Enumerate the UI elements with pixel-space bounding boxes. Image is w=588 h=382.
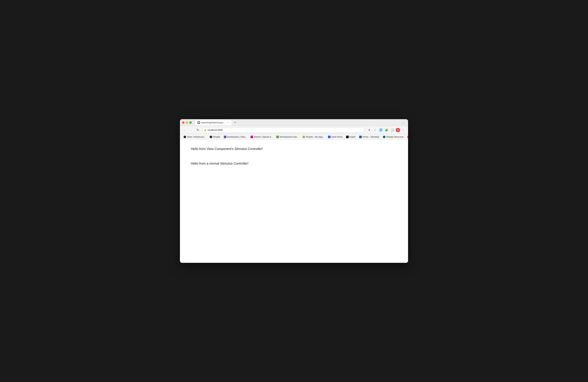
tab-menu-button[interactable]: ⌄ — [401, 120, 406, 125]
bookmark-favicon-discourse — [383, 136, 385, 138]
bookmark-favicon-shopify-my — [302, 136, 305, 138]
bookmark-favicon-production — [407, 136, 408, 138]
bookmark-label-dashboards: Dashboards | Data... — [227, 136, 247, 138]
bookmark-workday[interactable]: Home – Workday — [358, 135, 380, 139]
bookmark-vault[interactable]: Vault Home — [327, 135, 344, 139]
maximize-button[interactable] — [189, 121, 192, 124]
bookmark-favicon-workday — [359, 136, 362, 138]
bookmark-shopify-my[interactable]: Shopify - My Appl... — [301, 135, 326, 139]
menu-button[interactable]: ⋮ — [401, 128, 406, 133]
nav-icons: ⬆ ☆ 🌐 🧩 ⬜ A ⋮ — [367, 128, 406, 133]
bookmark-splunk[interactable]: Search | Splunk 8... — [249, 135, 274, 139]
forward-button[interactable]: → — [189, 128, 194, 133]
stimulus-text-1: Hello from View Component's Stimulus Con… — [191, 147, 397, 151]
bookmark-dashboards[interactable]: Dashboards | Data... — [222, 135, 248, 139]
new-tab-button[interactable]: + — [233, 120, 238, 125]
bookmark-label-shopify: Shopify — [213, 136, 220, 138]
bookmark-label-discourse: Shopify Discourse — [386, 136, 404, 138]
title-bar: ImportmapViewComponentSti... × + ⌄ — [180, 119, 408, 126]
refresh-button[interactable]: ↻ — [195, 128, 200, 133]
bookmark-team-infra[interactable]: Team: Infrastructu... — [182, 135, 208, 139]
url-text: localhost:3000 — [208, 129, 223, 131]
bookmark-label-splunk: Search | Splunk 8... — [254, 136, 273, 138]
profile-avatar[interactable]: A — [396, 128, 400, 132]
page-content: Hello from View Component's Stimulus Con… — [180, 140, 408, 263]
bookmark-production[interactable]: Production Platfor... — [406, 135, 408, 139]
bookmark-favicon-team-infra — [184, 136, 186, 138]
share-button[interactable]: ⬆ — [367, 128, 372, 133]
tab-close-button[interactable]: × — [227, 121, 229, 124]
bookmark-kepler[interactable]: Kepler — [345, 135, 357, 139]
lock-icon: 🔒 — [204, 129, 207, 131]
bookmark-label-team-infra: Team: Infrastructu... — [187, 136, 206, 138]
browser-window: ImportmapViewComponentSti... × + ⌄ ← → ↻… — [180, 119, 408, 263]
bookmark-dev-han[interactable]: Development Han... — [275, 135, 300, 139]
stimulus-text-2: Hello from a normal Stimulus Controller! — [191, 162, 397, 166]
tab-favicon — [197, 121, 200, 124]
bookmark-favicon-splunk — [251, 136, 253, 138]
svg-point-0 — [198, 122, 200, 123]
tab-bar: ImportmapViewComponentSti... × + ⌄ — [195, 120, 406, 125]
bookmark-label-vault: Vault Home — [331, 136, 342, 138]
bookmark-label-workday: Home – Workday — [362, 136, 379, 138]
nav-bar: ← → ↻ 🔒 localhost:3000 ⬆ ☆ 🌐 🧩 ⬜ A ⋮ — [180, 126, 408, 134]
tab-title: ImportmapViewComponentSti... — [201, 121, 226, 124]
address-bar[interactable]: 🔒 localhost:3000 — [202, 127, 365, 133]
active-tab[interactable]: ImportmapViewComponentSti... × — [195, 120, 231, 125]
traffic-lights — [182, 121, 192, 124]
bookmark-label-shopify-my: Shopify - My Appl... — [306, 136, 324, 138]
bookmarks-bar: Team: Infrastructu...ShopifyDashboards |… — [180, 134, 408, 140]
bookmark-button[interactable]: ☆ — [373, 128, 378, 133]
extension1-button[interactable]: 🌐 — [378, 128, 383, 133]
bookmark-favicon-dev-han — [276, 136, 279, 138]
back-button[interactable]: ← — [182, 128, 187, 133]
close-button[interactable] — [182, 121, 185, 124]
bookmark-shopify[interactable]: Shopify — [208, 135, 222, 139]
bookmark-favicon-vault — [328, 136, 331, 138]
bookmark-favicon-dashboards — [224, 136, 226, 138]
bookmark-favicon-shopify — [210, 136, 212, 138]
bookmark-label-dev-han: Development Han... — [279, 136, 299, 138]
bookmark-label-kepler: Kepler — [349, 136, 356, 138]
extension2-button[interactable]: 🧩 — [384, 128, 389, 133]
minimize-button[interactable] — [186, 121, 188, 124]
bookmark-discourse[interactable]: Shopify Discourse — [381, 135, 405, 139]
bookmark-favicon-kepler — [346, 136, 349, 138]
sidebar-button[interactable]: ⬜ — [390, 128, 395, 133]
